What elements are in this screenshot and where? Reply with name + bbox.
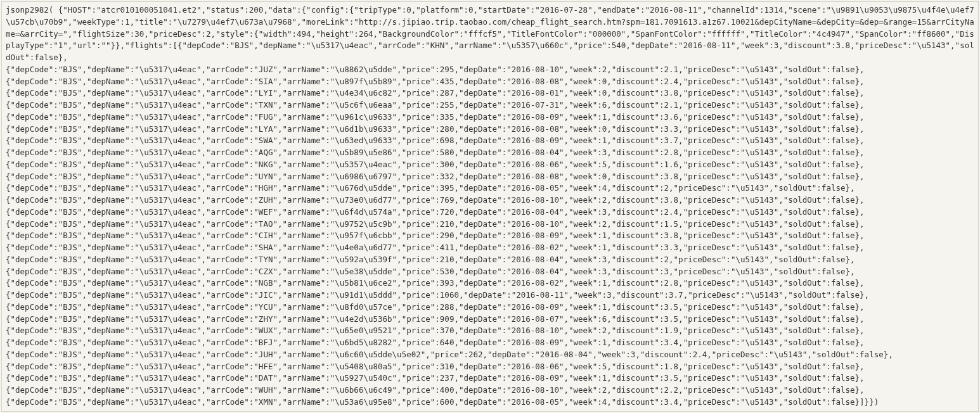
response-frame: jsonp2982( {"HOST":"atcr010100051041.et2… (1, 1, 979, 412)
raw-json-text: jsonp2982( {"HOST":"atcr010100051041.et2… (2, 2, 978, 411)
